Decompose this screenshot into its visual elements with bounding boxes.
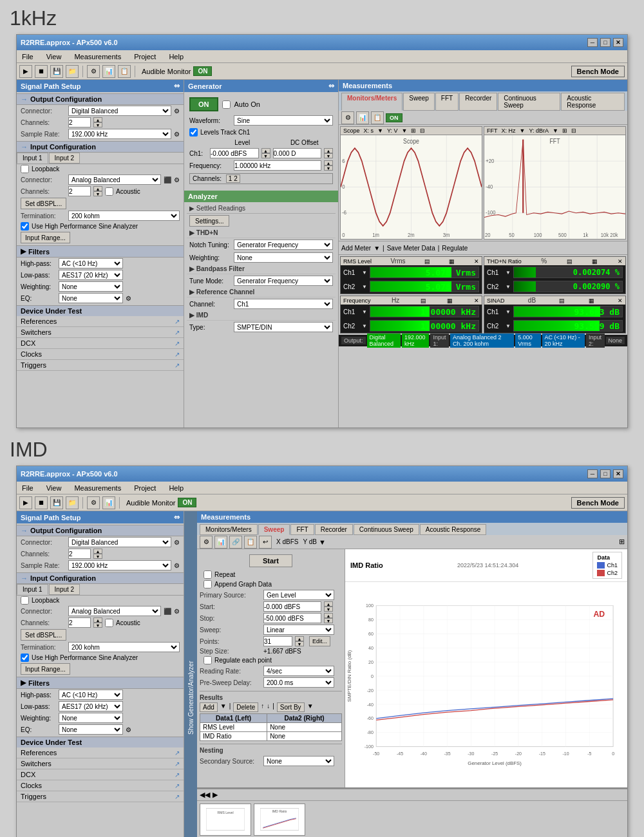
results-delete-btn[interactable]: Delete xyxy=(233,702,258,712)
toolbar2-btn-2[interactable]: ⏹ xyxy=(35,496,48,509)
sweep-start-btn[interactable]: Start xyxy=(249,554,292,567)
toolbar2-btn-6[interactable]: 📊 xyxy=(102,496,115,509)
channels2-down[interactable]: ▼ xyxy=(93,191,102,196)
menu-help-2[interactable]: Help xyxy=(166,483,186,493)
toolbar2-btn-1[interactable]: ▶ xyxy=(19,496,32,509)
stop-down[interactable]: ▼ xyxy=(324,618,333,623)
termination-select-2[interactable]: 200 kohm xyxy=(68,642,180,652)
meas2-tb-btn2[interactable]: 📊 xyxy=(214,536,227,549)
meas2-tab-monitors[interactable]: Monitors/Meters xyxy=(200,524,258,535)
repeat-checkbox[interactable] xyxy=(204,570,212,579)
meas2-tab-sweep[interactable]: Sweep xyxy=(258,524,290,535)
primary-source-select[interactable]: Gen Level xyxy=(263,590,334,600)
connector-select-2[interactable]: Digital Balanced xyxy=(68,537,171,547)
thumbnail-imd[interactable]: IMD Ratio xyxy=(254,804,305,836)
menu-view-1[interactable]: View xyxy=(44,52,64,62)
connector-gear-icon[interactable]: ⚙ xyxy=(174,108,180,115)
connector-select[interactable]: Digital Balanced xyxy=(68,106,171,116)
connector-gear-icon-2[interactable]: ⚙ xyxy=(174,539,180,546)
points-up[interactable]: ▲ xyxy=(295,636,304,641)
meas-tab-recorder[interactable]: Recorder xyxy=(459,93,497,111)
channels2-down-2[interactable]: ▼ xyxy=(93,623,102,628)
tab-input1-2[interactable]: Input 1 xyxy=(17,584,48,595)
save-meter-btn[interactable]: Save Meter Data xyxy=(387,245,435,252)
expand-icon-2[interactable]: ⇔ xyxy=(174,513,180,522)
freq-ch1-arrow[interactable]: ▼ xyxy=(362,309,367,315)
sinad-ch2-arrow[interactable]: ▼ xyxy=(506,323,511,329)
on-badge-2[interactable]: ON xyxy=(178,498,196,507)
meas-on-btn-1[interactable]: ON xyxy=(386,113,402,122)
input-range-btn[interactable]: Input Range... xyxy=(21,232,70,243)
nav-switchers-2[interactable]: Switchers ↗ xyxy=(17,758,184,769)
channels-input-out[interactable] xyxy=(68,117,91,127)
regulate-checkbox[interactable] xyxy=(204,656,212,664)
loopback-checkbox[interactable] xyxy=(21,165,29,173)
meter-rms-close[interactable]: ✕ xyxy=(474,258,479,265)
show-generator-label[interactable]: Show Generator/Analyzer xyxy=(184,511,197,837)
ch1-dc-up[interactable]: ▲ xyxy=(324,148,333,153)
menu-measurements-1[interactable]: Measurements xyxy=(71,52,124,62)
results-add-btn[interactable]: Add xyxy=(200,702,218,712)
meas-tab-sweep[interactable]: Sweep xyxy=(403,93,435,111)
frequency-input[interactable] xyxy=(234,160,321,171)
high-pass-select[interactable]: AC (<10 Hz) xyxy=(59,258,123,268)
channels-input-out-2[interactable] xyxy=(68,549,91,559)
minimize-btn-1[interactable]: ─ xyxy=(587,38,598,47)
fft-detach-icon[interactable]: ⊟ xyxy=(571,127,576,134)
acoustic-checkbox-2[interactable] xyxy=(105,619,113,627)
stop-input[interactable] xyxy=(263,613,321,623)
channels2-input-2[interactable] xyxy=(68,617,91,628)
minimize-btn-2[interactable]: ─ xyxy=(587,469,598,478)
toolbar2-btn-5[interactable]: ⚙ xyxy=(87,496,100,509)
meas2-tab-recorder[interactable]: Recorder xyxy=(315,524,353,535)
high-perf-checkbox-2[interactable] xyxy=(21,654,29,662)
meas-tb-btn1[interactable]: ⚙ xyxy=(341,111,354,124)
start-down[interactable]: ▼ xyxy=(324,607,333,612)
sample-rate-gear-icon[interactable]: ⚙ xyxy=(174,131,180,138)
meas2-tb-btn4[interactable]: 📋 xyxy=(244,536,257,549)
nav-references[interactable]: References ↗ xyxy=(17,316,184,327)
fft-expand-icon[interactable]: ⊞ xyxy=(562,127,567,134)
regulate-btn[interactable]: Regulate xyxy=(442,245,468,252)
menu-help-1[interactable]: Help xyxy=(166,52,186,62)
close-btn-2[interactable]: ✕ xyxy=(613,469,623,478)
rms-ch2-arrow[interactable]: ▼ xyxy=(362,284,367,290)
eq-select-2[interactable]: None xyxy=(59,724,123,735)
tune-mode-select[interactable]: Generator Frequency xyxy=(234,276,333,286)
results-sort-btn[interactable]: Sort By xyxy=(277,702,305,712)
data-sets-nav-right[interactable]: ▶ xyxy=(213,791,218,799)
weighting-select-2[interactable]: None xyxy=(59,713,123,723)
nav-triggers[interactable]: Triggers ↗ xyxy=(17,360,184,371)
toolbar2-btn-4[interactable]: 📁 xyxy=(66,496,79,509)
freq-down[interactable]: ▼ xyxy=(324,165,333,171)
nav-dcx-2[interactable]: DCX ↗ xyxy=(17,769,184,780)
channels2-input[interactable] xyxy=(68,186,91,196)
eq-select[interactable]: None xyxy=(59,293,123,303)
toolbar-btn-2[interactable]: ⏹ xyxy=(35,65,48,78)
ref-channel-select[interactable]: Ch1 xyxy=(234,299,333,309)
bench-mode-btn-2[interactable]: Bench Mode xyxy=(571,497,625,509)
set-dbspl-btn-2[interactable]: Set dBSPL... xyxy=(21,629,66,641)
sample-rate-select-2[interactable]: 192.000 kHz xyxy=(68,560,171,570)
channels-down-out[interactable]: ▼ xyxy=(93,122,102,127)
ch1-level-down[interactable]: ▼ xyxy=(261,153,270,158)
auto-on-checkbox[interactable] xyxy=(222,100,231,109)
meas-tb-btn3[interactable]: 📋 xyxy=(371,111,384,124)
set-dbspl-btn[interactable]: Set dBSPL... xyxy=(21,198,66,209)
nav-clocks[interactable]: Clocks ↗ xyxy=(17,349,184,360)
nav-references-2[interactable]: References ↗ xyxy=(17,748,184,758)
low-pass-select[interactable]: AES17 (20 kHz) xyxy=(59,270,123,280)
start-up[interactable]: ▲ xyxy=(324,601,333,607)
data-sets-nav-left[interactable]: ◀◀ xyxy=(200,791,210,799)
append-checkbox[interactable] xyxy=(204,580,212,588)
pre-sweep-select[interactable]: 200.0 ms xyxy=(263,677,334,688)
low-pass-select-2[interactable]: AES17 (20 kHz) xyxy=(59,701,123,711)
sinad-ch1-arrow[interactable]: ▼ xyxy=(506,309,511,315)
menu-file-1[interactable]: File xyxy=(19,52,36,62)
menu-measurements-2[interactable]: Measurements xyxy=(71,483,124,493)
meas2-expand-icon[interactable]: ⊞ xyxy=(619,538,625,546)
add-meter-btn[interactable]: Add Meter xyxy=(341,245,371,252)
nav-switchers[interactable]: Switchers ↗ xyxy=(17,327,184,338)
expand-icon-1[interactable]: ⇔ xyxy=(174,82,180,90)
meas2-tab-acoustic[interactable]: Acoustic Response xyxy=(420,524,487,535)
